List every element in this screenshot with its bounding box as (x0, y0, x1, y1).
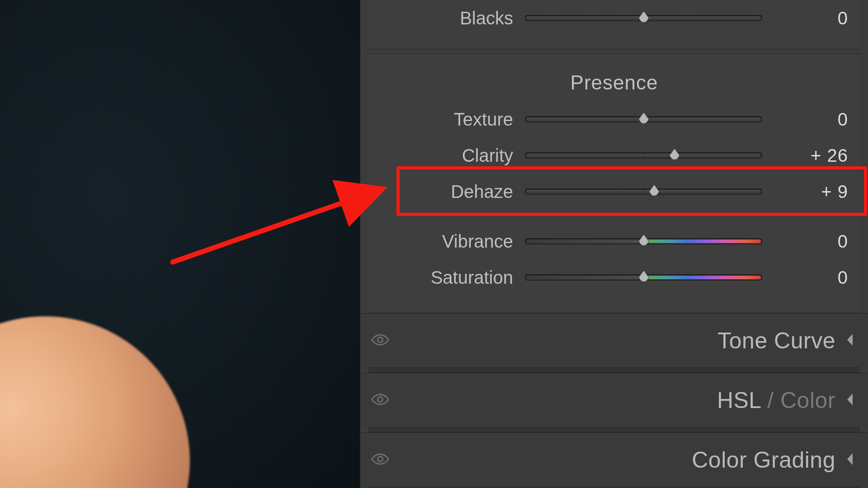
slider-row-clarity: Clarity + 26 (368, 137, 861, 174)
chevron-left-icon (844, 333, 857, 348)
eye-icon[interactable] (370, 389, 396, 411)
eye-icon[interactable] (370, 449, 396, 471)
section-header-color-grading[interactable]: Color Grading (360, 432, 868, 487)
group-title-presence: Presence (368, 62, 861, 101)
slider-row-blacks: Blacks 0 (368, 0, 861, 36)
texture-slider[interactable] (525, 110, 762, 128)
section-title: Tone Curve (396, 328, 844, 354)
presence-group: Presence Texture 0 Clarity + 26 Dehaze (368, 54, 861, 313)
slider-value[interactable]: 0 (771, 8, 848, 28)
dehaze-slider[interactable] (525, 183, 762, 201)
slider-row-dehaze: Dehaze + 9 (368, 174, 861, 210)
tone-group: Blacks 0 (368, 0, 861, 49)
slider-value[interactable]: + 9 (771, 182, 848, 202)
slider-row-texture: Texture 0 (368, 101, 861, 137)
slider-label: Dehaze (394, 182, 516, 202)
svg-point-1 (378, 337, 383, 342)
image-subject-blob (0, 316, 190, 488)
title-part-b: Color (780, 388, 835, 413)
section-divider (368, 427, 860, 432)
slider-value[interactable]: + 26 (771, 145, 848, 166)
chevron-left-icon (844, 452, 857, 468)
title-part-a: HSL (717, 388, 761, 413)
slider-value[interactable]: 0 (771, 231, 848, 252)
vibrance-slider[interactable] (525, 232, 762, 250)
section-header-tone-curve[interactable]: Tone Curve (360, 313, 868, 367)
slider-value[interactable]: 0 (771, 109, 848, 130)
saturation-slider[interactable] (525, 268, 762, 286)
slider-label: Blacks (394, 8, 516, 28)
slider-label: Texture (394, 109, 516, 130)
blacks-slider[interactable] (525, 9, 762, 27)
chevron-left-icon (844, 393, 857, 408)
eye-icon[interactable] (370, 330, 396, 352)
slider-label: Vibrance (394, 231, 516, 252)
title-sep: / (761, 388, 780, 413)
svg-point-2 (378, 397, 383, 402)
slider-label: Saturation (394, 267, 516, 288)
svg-point-3 (378, 456, 383, 461)
image-preview (0, 0, 359, 488)
slider-row-vibrance: Vibrance 0 (368, 223, 861, 259)
develop-panel: Blacks 0 Presence Texture (359, 0, 868, 488)
section-title: Color Grading (396, 447, 844, 473)
slider-row-saturation: Saturation 0 (368, 259, 861, 296)
slider-value[interactable]: 0 (771, 267, 848, 288)
section-title: HSL / Color (396, 387, 844, 413)
section-divider (368, 367, 860, 373)
section-header-hsl-color[interactable]: HSL / Color (360, 373, 868, 427)
clarity-slider[interactable] (525, 146, 762, 164)
slider-label: Clarity (394, 145, 516, 166)
